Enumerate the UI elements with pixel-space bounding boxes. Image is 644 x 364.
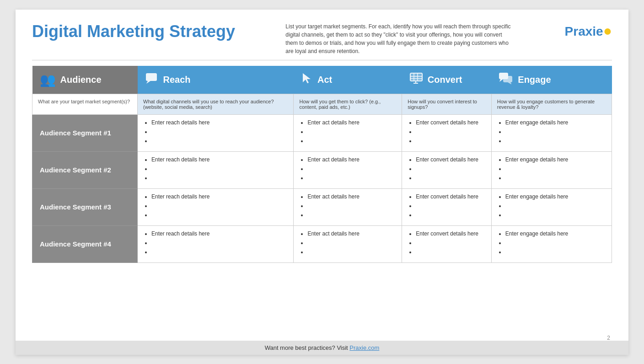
footer-bar: Want more best practices? Visit Praxie.c…	[16, 341, 628, 355]
page-number: 2	[607, 335, 610, 341]
footer-link[interactable]: Praxie.com	[349, 344, 379, 351]
header-divider	[32, 60, 612, 60]
act-icon	[301, 72, 313, 87]
reach-data-4: Enter reach details here	[138, 225, 294, 262]
header-row: 👥 Audience	[32, 66, 612, 94]
segment-row-1: Audience Segment #1Enter reach details h…	[32, 114, 612, 151]
segment-label-1: Audience Segment #1	[32, 114, 138, 151]
description-row: What are your target market segment(s)? …	[32, 94, 612, 114]
reach-icon	[145, 72, 159, 87]
footer-text: Want more best practices? Visit	[265, 344, 350, 351]
svg-rect-13	[503, 76, 512, 82]
convert-header: Convert	[402, 66, 492, 94]
convert-icon	[409, 72, 423, 87]
main-table: 👥 Audience	[32, 66, 612, 263]
engage-icon	[499, 72, 513, 87]
segment-label-3: Audience Segment #3	[32, 188, 138, 225]
audience-label: Audience	[60, 75, 102, 85]
convert-data-3: Enter convert details here	[402, 188, 492, 225]
engage-label: Engage	[518, 75, 551, 85]
act-label: Act	[317, 75, 332, 85]
logo-dot: ●	[603, 22, 612, 39]
svg-marker-12	[499, 79, 503, 82]
convert-data-1: Enter convert details here	[402, 114, 492, 151]
engage-data-3: Enter engage details here	[491, 188, 612, 225]
reach-desc: What digital channels will you use to re…	[138, 94, 294, 114]
convert-data-4: Enter convert details here	[402, 225, 492, 262]
slide: Digital Marketing Strategy List your tar…	[16, 10, 628, 355]
logo: Praxie●	[565, 22, 612, 39]
svg-marker-14	[508, 82, 512, 84]
page-title: Digital Marketing Strategy	[32, 22, 235, 41]
act-header: Act	[294, 66, 402, 94]
engage-data-4: Enter engage details here	[491, 225, 612, 262]
svg-rect-4	[411, 74, 422, 80]
title-block: Digital Marketing Strategy	[32, 22, 235, 41]
act-data-4: Enter act details here	[294, 225, 402, 262]
reach-data-2: Enter reach details here	[138, 151, 294, 188]
convert-label: Convert	[428, 75, 462, 85]
svg-rect-0	[146, 73, 157, 81]
segment-label-2: Audience Segment #2	[32, 151, 138, 188]
description-text: List your target market segments. For ea…	[285, 23, 510, 54]
engage-header: Engage	[491, 66, 612, 94]
engage-desc: How will you engage customers to generat…	[491, 94, 612, 114]
reach-label: Reach	[163, 75, 191, 85]
strategy-table: 👥 Audience	[32, 66, 612, 263]
audience-desc: What are your target market segment(s)?	[32, 94, 138, 114]
svg-marker-2	[303, 73, 311, 83]
convert-desc: How will you convert interest to signups…	[402, 94, 492, 114]
description-block: List your target market segments. For ea…	[267, 22, 532, 55]
reach-header: Reach	[138, 66, 294, 94]
segment-row-3: Audience Segment #3Enter reach details h…	[32, 188, 612, 225]
audience-icon: 👥	[40, 72, 56, 87]
segment-row-2: Audience Segment #2Enter reach details h…	[32, 151, 612, 188]
act-data-1: Enter act details here	[294, 114, 402, 151]
segment-label-4: Audience Segment #4	[32, 225, 138, 262]
logo-block: Praxie●	[565, 22, 612, 39]
logo-text: Praxie	[565, 24, 603, 38]
convert-data-2: Enter convert details here	[402, 151, 492, 188]
slide-header: Digital Marketing Strategy List your tar…	[32, 22, 612, 55]
reach-data-1: Enter reach details here	[138, 114, 294, 151]
reach-data-3: Enter reach details here	[138, 188, 294, 225]
act-data-3: Enter act details here	[294, 188, 402, 225]
act-data-2: Enter act details here	[294, 151, 402, 188]
audience-header: 👥 Audience	[32, 66, 138, 94]
svg-marker-1	[146, 81, 150, 84]
engage-data-2: Enter engage details here	[491, 151, 612, 188]
act-desc: How will you get them to click? (e.g., c…	[294, 94, 402, 114]
segment-row-4: Audience Segment #4Enter reach details h…	[32, 225, 612, 262]
engage-data-1: Enter engage details here	[491, 114, 612, 151]
